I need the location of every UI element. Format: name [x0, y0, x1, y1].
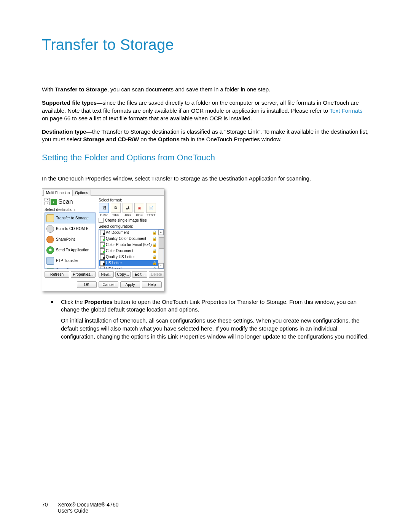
config-us-letter[interactable]: US Letter🔒 [99, 260, 158, 266]
tab-options[interactable]: Options [72, 190, 91, 196]
color-page-icon [100, 248, 105, 254]
dest-send-to-app[interactable]: ✱ Send To Application [45, 245, 95, 256]
dest-transfer-to-storage[interactable]: Transfer to Storage [45, 213, 95, 224]
page-number: 70 [42, 502, 48, 508]
config-color-document[interactable]: Color Document🔒 [99, 248, 158, 254]
scroll-up-icon[interactable]: ▴ [158, 230, 164, 235]
section-intro: In the OneTouch Properties window, selec… [42, 175, 369, 182]
cancel-button[interactable]: Cancel [99, 281, 118, 288]
intro-paragraph-1: With Transfer to Storage, you can scan d… [42, 86, 369, 93]
intro-paragraph-2: Supported file types—since the files are… [42, 99, 369, 122]
config-quality-color[interactable]: Quality Color Document🔒 [99, 236, 158, 242]
refresh-button[interactable]: Refresh [45, 271, 69, 278]
sharepoint-icon [46, 236, 54, 243]
lock-icon: 🔒 [152, 261, 157, 265]
bullet-pre: Click the [61, 299, 84, 305]
scan-header: ▴ ▾ i Scan [45, 198, 96, 206]
config-color-photo-email[interactable]: Color Photo for Email (6x4)🔒 [99, 242, 158, 248]
dest-open-scanned[interactable]: Open Scanned Document(s) [45, 266, 95, 269]
tab-multi-function[interactable]: Multi Function [43, 190, 72, 196]
edit-button[interactable]: Edit... [132, 271, 147, 278]
help-button[interactable]: Help [142, 281, 162, 288]
fmt-tiff-label: TIFF [110, 213, 121, 217]
properties-button[interactable]: Properties... [71, 271, 96, 278]
footer-line2: User's Guide [58, 508, 88, 514]
create-single-label: Create single image files [105, 218, 147, 222]
intro-paragraph-3: Destination type—the Transfer to Storage… [42, 128, 369, 144]
new-button[interactable]: New... [99, 271, 114, 278]
format-text-icon[interactable]: 📄 [146, 203, 156, 213]
dest-label: Open Scanned Document(s) [56, 268, 94, 269]
dest-burn-cd[interactable]: Burn to CD-ROM E: [45, 224, 95, 234]
p1-post: , you can scan documents and save them i… [107, 86, 271, 93]
lock-icon: 🔒 [152, 249, 157, 253]
format-row: 🖼BMP 🖻TIFF 🏞JPG ▣PDF 📄TEXT [99, 203, 164, 217]
config-label: A4 Document [106, 230, 129, 235]
config-a4-document[interactable]: A4 Document🔒 [99, 230, 158, 236]
format-pdf-icon[interactable]: ▣ [134, 203, 144, 213]
checkbox-icon[interactable] [99, 218, 104, 223]
lock-icon: 🔒 [152, 255, 157, 259]
application-icon: ✱ [46, 246, 54, 254]
p3-bold: Destination type [42, 128, 86, 135]
format-bmp-icon[interactable]: 🖼 [99, 203, 109, 213]
bw-page-icon [100, 254, 105, 260]
bw-page-icon [100, 267, 105, 268]
cd-icon [46, 225, 54, 233]
create-single-image-checkbox-row[interactable]: Create single image files [99, 218, 164, 223]
spinner-down-icon[interactable]: ▾ [45, 202, 50, 205]
dest-ftp[interactable]: FTP Transfer [45, 256, 95, 266]
destination-list[interactable]: Transfer to Storage Burn to CD-ROM E: Sh… [45, 212, 96, 269]
config-label: US Legal [106, 267, 121, 268]
lock-icon: 🔒 [152, 243, 157, 247]
select-format-label: Select format: [99, 198, 164, 202]
delete-button[interactable]: Delete [149, 271, 164, 278]
scan-icon: i [51, 199, 57, 205]
bw-page-icon [100, 260, 105, 266]
scroll-down-icon[interactable]: ▾ [158, 263, 164, 268]
ok-button[interactable]: OK [77, 281, 97, 288]
fmt-pdf-label: PDF [134, 213, 145, 217]
lock-icon: 🔒 [152, 267, 157, 268]
format-tiff-icon[interactable]: 🖻 [111, 203, 121, 213]
page-footer: 70 Xerox® DocuMate® 4760 User's Guide [42, 502, 119, 514]
p1-bold: Transfer to Storage [55, 86, 107, 93]
format-jpg-icon[interactable]: 🏞 [123, 203, 132, 213]
copy-button[interactable]: Copy... [115, 271, 131, 278]
scan-label: Scan [58, 198, 73, 206]
config-label: Quality Color Document [106, 236, 146, 241]
footer-text: Xerox® DocuMate® 4760 User's Guide [58, 502, 119, 514]
scroll-track[interactable] [159, 235, 163, 263]
config-us-legal[interactable]: US Legal🔒 [99, 266, 158, 268]
spinner-up-icon[interactable]: ▴ [45, 198, 50, 201]
config-quality-us-letter[interactable]: Quality US Letter🔒 [99, 254, 158, 260]
page-title: Transfer to Storage [42, 36, 369, 53]
footer-line1: Xerox® DocuMate® 4760 [58, 502, 119, 508]
bw-page-icon [100, 230, 105, 235]
configuration-list[interactable]: A4 Document🔒 Quality Color Document🔒 Col… [99, 229, 164, 269]
apply-button[interactable]: Apply [120, 281, 140, 288]
dest-sharepoint[interactable]: SharePoint [45, 234, 95, 245]
fmt-bmp-label: BMP [99, 213, 109, 217]
p3-c: on the [139, 136, 158, 142]
p3-b: Storage and CD-R/W [83, 136, 139, 142]
scan-number-spinner[interactable]: ▴ ▾ [45, 198, 49, 205]
color-page-icon [100, 236, 105, 241]
bullet-text: Click the Properties button to open the … [61, 298, 369, 314]
text-formats-link[interactable]: Text Formats [330, 107, 363, 114]
dest-label: SharePoint [56, 237, 75, 241]
ftp-icon [46, 257, 54, 265]
config-label: US Letter [106, 261, 122, 265]
bullet-paragraph-2: On initial installation of OneTouch, all… [61, 317, 369, 340]
tab-strip: Multi Function Options [42, 189, 164, 196]
config-scrollbar[interactable]: ▴ ▾ [158, 230, 164, 268]
scroll-thumb[interactable] [159, 237, 164, 249]
bullet-bold: Properties [84, 299, 113, 305]
storage-icon [46, 214, 54, 222]
lock-icon: 🔒 [152, 236, 157, 241]
color-page-icon [100, 242, 105, 248]
p2-bold: Supported file types [42, 99, 97, 106]
select-configuration-label: Select configuration: [99, 224, 164, 228]
config-label: Color Document [106, 249, 133, 253]
open-doc-icon [46, 268, 54, 269]
